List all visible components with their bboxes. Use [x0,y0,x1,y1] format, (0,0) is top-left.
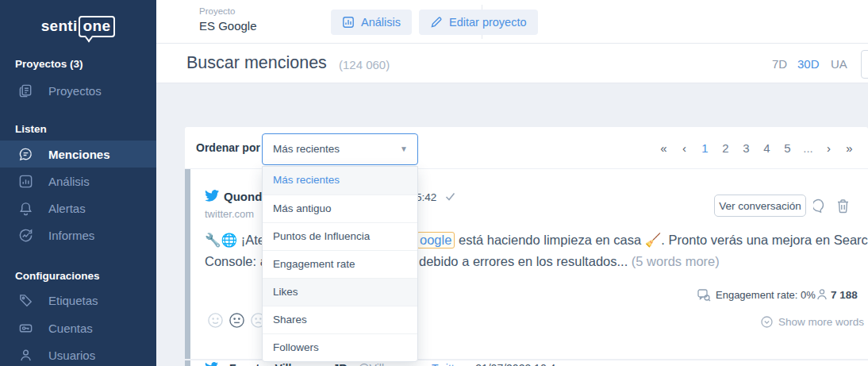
sort-option-mas-antiguo[interactable]: Más antiguo [263,195,417,222]
pagination-last[interactable]: » [842,140,857,156]
speech-bubble-icon [18,147,33,162]
pagination-page-3[interactable]: 3 [739,140,754,156]
mention-time: 5:42 [416,191,436,203]
range-7d[interactable]: 7D [772,57,787,71]
twitter-icon [205,362,218,366]
sort-option-shares[interactable]: Shares [263,306,417,333]
sentiment-positive-icon[interactable] [207,312,224,329]
mention-text-line2-right: debido a errores en los resultados... (5… [419,254,720,269]
view-conversation-button[interactable]: Ver conversación [714,195,806,217]
sidebar-item-menciones[interactable]: Menciones [0,141,156,168]
pagination-page-4[interactable]: 4 [759,140,774,156]
analysis-button-label: Análisis [361,16,401,29]
sidebar-item-usuarios[interactable]: Usuarios [0,341,156,366]
sort-option-engagement-rate[interactable]: Engagement rate [263,250,417,278]
pagination-next[interactable]: › [821,140,836,156]
sidebar-item-etiquetas[interactable]: Etiquetas [0,287,156,314]
keyword-highlight: oogle [417,232,455,248]
bar-chart-icon [18,174,33,189]
logo-speech-box: one [79,16,116,37]
user-icon [18,348,33,363]
show-more-words[interactable]: Show more words [761,316,864,328]
mention-handle: @Villanueva [358,362,421,366]
section-header-proyectos: Proyectos (3) [15,58,83,70]
more-words-link[interactable]: (5 words more) [632,254,720,268]
mention-header-row: Fuentes Villanueva JR @Villanueva Twitte… [205,362,555,366]
sort-option-mas-recientes[interactable]: Más recientes [263,167,417,195]
twitter-icon [205,190,219,202]
sentiment-selector [207,312,267,329]
conversation-bubble-icon[interactable] [813,198,828,214]
mentions-count: (124 060) [339,58,390,71]
edit-project-button-label: Editar proyecto [449,16,527,29]
range-30d-active[interactable]: 30D [797,57,820,71]
pagination: « ‹ 1 2 3 4 5 ... › » [656,127,857,168]
sidebar-item-label: Análisis [48,175,90,188]
sort-label: Ordenar por [196,141,260,154]
sidebar-item-label: Informes [48,229,94,242]
sentione-logo: sentione [0,16,156,37]
section-header-listen: Listen [15,123,47,135]
pagination-page-1[interactable]: 1 [697,140,712,156]
sort-option-likes[interactable]: Likes [263,278,417,306]
sort-option-followers[interactable]: Followers [263,333,417,361]
bell-icon [18,201,33,216]
key-icon [18,321,33,336]
sidebar-item-label: Usuarios [48,349,95,362]
mention-edge-bar [185,169,190,359]
mention-source[interactable]: twitter.com [205,208,254,220]
check-icon [444,191,456,202]
sentiment-neutral-icon[interactable] [229,312,245,329]
pagination-page-5[interactable]: 5 [780,140,795,156]
followers-count: 7 188 [831,289,858,301]
sort-option-puntos-de-influencia[interactable]: Puntos de Influencia [263,222,417,250]
range-ua[interactable]: UA [831,57,847,71]
pencil-icon [430,16,443,29]
mention-author[interactable]: Fuentes Villanueva JR [229,362,347,366]
mention-text: está haciendo limpieza en casa 🧹. Pronto… [455,233,868,247]
sidebar-item-informes[interactable]: Informes [0,222,156,248]
logo-text-prefix: senti [41,17,78,34]
mention-text: debido a errores en los resultados... [419,254,632,268]
sort-select-value: Más recientes [273,143,340,155]
sidebar-item-label: Etiquetas [48,294,98,307]
mention-text-line1-right: oogle está haciendo limpieza en casa 🧹. … [417,233,868,248]
project-value: ES Google [199,19,257,33]
sort-select[interactable]: Más recientes ▼ [262,133,418,165]
analysis-button[interactable]: Análisis [331,10,412,35]
page-title: Buscar menciones [186,53,327,73]
sidebar-item-label: Cuentas [48,322,93,335]
followers-icon [816,288,828,301]
sidebar-item-alertas[interactable]: Alertas [0,195,156,222]
tag-icon [18,293,33,308]
edit-project-button[interactable]: Editar proyecto [419,10,538,35]
sidebar-item-label: Menciones [48,148,110,161]
mention-edge-bar [185,360,190,366]
mention-date: 31/07/2023 10:4 [475,362,555,366]
chevron-circle-down-icon [761,316,773,328]
documents-icon [18,83,33,98]
pagination-prev[interactable]: ‹ [677,140,692,156]
topbar: Proyecto ES Google ▼ Análisis Editar pro… [156,0,868,44]
sort-toolbar: Ordenar por Más recientes ▼ « ‹ 1 2 3 4 … [185,127,868,168]
pagination-page-2[interactable]: 2 [718,140,733,156]
section-header-configuraciones: Configuraciones [15,270,100,282]
sidebar-item-cuentas[interactable]: Cuentas [0,314,156,341]
engagement-rate: Engagement rate: 0% [716,289,816,301]
sidebar-item-label: Proyectos [48,84,102,98]
pagination-ellipsis: ... [801,140,816,156]
engagement-icon [697,289,711,302]
trash-icon[interactable] [836,198,850,214]
sidebar-item-analisis[interactable]: Análisis [0,168,156,195]
project-label: Proyecto [199,6,235,16]
date-picker-button[interactable] [861,50,868,79]
sidebar: sentione Proyectos (3) Proyectos Listen … [0,0,156,366]
mention-source-link[interactable]: Twitter [432,362,464,366]
pagination-first[interactable]: « [656,140,671,156]
page-header: Buscar menciones (124 060) 7D 30D UA [156,44,868,83]
sort-dropdown-menu: Más recientes Más antiguo Puntos de Infl… [262,166,418,362]
chevron-down-icon: ▼ [400,144,408,153]
sidebar-item-proyectos[interactable]: Proyectos [0,77,156,104]
report-icon [18,228,33,243]
bar-chart-icon [342,16,355,29]
